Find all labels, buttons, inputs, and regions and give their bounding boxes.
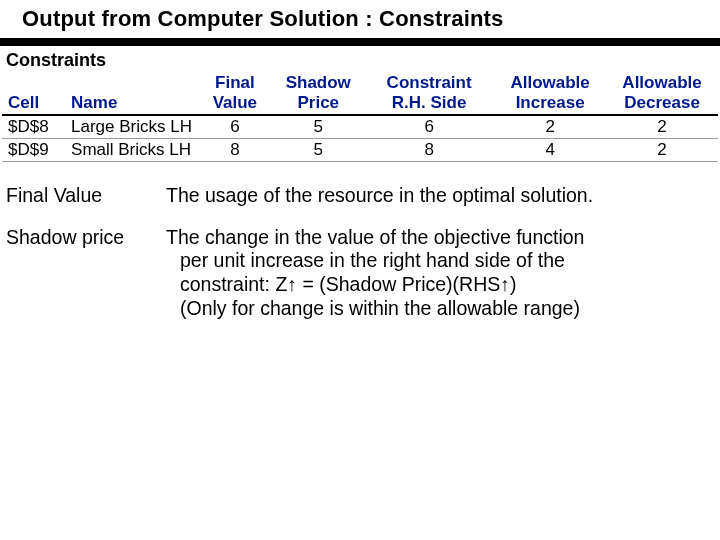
cell-inc: 2: [494, 115, 606, 139]
cell-ref: $D$9: [2, 138, 65, 161]
definition-term: Shadow price: [4, 226, 156, 250]
cell-name: Large Bricks LH: [65, 115, 197, 139]
cell-inc: 4: [494, 138, 606, 161]
definition-final-value: Final Value The usage of the resource in…: [4, 184, 710, 208]
cell-shadow: 5: [273, 115, 365, 139]
definition-body: The usage of the resource in the optimal…: [156, 184, 710, 208]
th-inc-bot: Increase: [494, 93, 606, 114]
slide-title: Output from Computer Solution : Constrai…: [0, 0, 720, 38]
definition-line: The change in the value of the objective…: [166, 226, 584, 248]
cell-final: 8: [197, 138, 272, 161]
section-heading: Constraints: [0, 46, 720, 74]
table-row: $D$8 Large Bricks LH 6 5 6 2 2: [2, 115, 718, 139]
definitions-block: Final Value The usage of the resource in…: [0, 184, 720, 321]
definition-term: Final Value: [4, 184, 156, 208]
th-shadow-bot: Price: [273, 93, 365, 114]
definition-line: per unit increase in the right hand side…: [166, 249, 710, 273]
definition-line: constraint: Z↑ = (Shadow Price)(RHS↑): [166, 273, 710, 297]
th-cell-top: [2, 74, 65, 93]
th-rhs-top: Constraint: [364, 74, 494, 93]
th-cell-bot: Cell: [2, 93, 65, 114]
header-row-2: Cell Name Value Price R.H. Side Increase…: [2, 93, 718, 114]
cell-name: Small Bricks LH: [65, 138, 197, 161]
title-underline: [0, 38, 720, 46]
constraints-table-wrap: Final Shadow Constraint Allowable Allowa…: [0, 74, 720, 162]
definition-shadow-price: Shadow price The change in the value of …: [4, 226, 710, 321]
cell-final: 6: [197, 115, 272, 139]
header-row-1: Final Shadow Constraint Allowable Allowa…: [2, 74, 718, 93]
definition-line: (Only for change is within the allowable…: [166, 297, 710, 321]
th-name-top: [65, 74, 197, 93]
th-inc-top: Allowable: [494, 74, 606, 93]
table-row: $D$9 Small Bricks LH 8 5 8 4 2: [2, 138, 718, 161]
th-final-top: Final: [197, 74, 272, 93]
th-final-bot: Value: [197, 93, 272, 114]
cell-ref: $D$8: [2, 115, 65, 139]
th-dec-top: Allowable: [606, 74, 718, 93]
constraints-table: Final Shadow Constraint Allowable Allowa…: [2, 74, 718, 162]
cell-dec: 2: [606, 115, 718, 139]
th-name-bot: Name: [65, 93, 197, 114]
cell-rhs: 8: [364, 138, 494, 161]
cell-rhs: 6: [364, 115, 494, 139]
slide: Output from Computer Solution : Constrai…: [0, 0, 720, 540]
definition-body: The change in the value of the objective…: [156, 226, 710, 321]
th-rhs-bot: R.H. Side: [364, 93, 494, 114]
cell-shadow: 5: [273, 138, 365, 161]
th-shadow-top: Shadow: [273, 74, 365, 93]
cell-dec: 2: [606, 138, 718, 161]
th-dec-bot: Decrease: [606, 93, 718, 114]
definition-line: The usage of the resource in the optimal…: [166, 184, 593, 206]
